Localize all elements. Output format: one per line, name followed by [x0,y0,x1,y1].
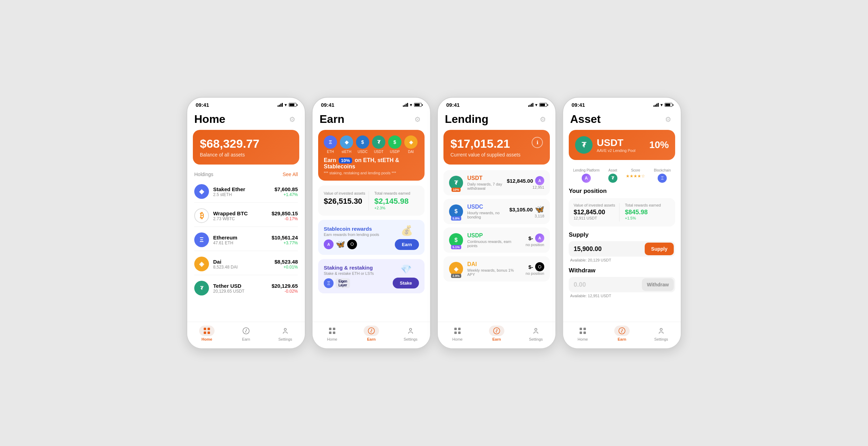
nav-settings-asset[interactable]: Settings [651,326,672,341]
asset-info-asset: Asset ₮ [608,168,617,183]
asset-screen-content: Asset ⚙ ₮ USDT AAVE v2 Lending Pool 10% … [563,110,681,322]
withdraw-available: Available: 12,951 USDT [569,294,675,298]
earn-dai-icon: ◈ [404,135,418,149]
asset-name-pool: USDT AAVE v2 Lending Pool [597,137,635,153]
dai-value: $8,523.48 +0.01% [274,259,298,270]
lending-gear-button[interactable]: ⚙ [537,114,548,125]
lending-item-usdt[interactable]: ₮ 10% USDT Daily rewards, 7 day withdraw… [443,170,550,195]
nav-settings[interactable]: Settings [275,326,296,341]
staking-stake-button[interactable]: Stake [393,278,419,288]
holding-ethereum[interactable]: Ξ Ethereum 47.61 ETH $10,561.24 +3.77% [187,229,305,251]
lending-dai-count: no position [526,271,544,276]
svg-rect-15 [458,332,461,334]
nav-earn-asset[interactable]: Earn [611,326,632,341]
phones-container: 09:41 ▾ Home ⚙ $68,329.77 [187,97,681,349]
lending-usdp-name: USDP [467,232,522,239]
nav-home[interactable]: Home [196,326,217,341]
earn-gear-button[interactable]: ⚙ [412,114,423,125]
status-bar-earn: 09:41 ▾ [313,98,430,110]
wbtc-change: -0.17% [272,216,298,221]
holding-dai[interactable]: ◈ Dai 8,523.48 DAI $8,523.48 +0.01% [187,253,305,275]
earn-dai-label: DAI [408,150,414,154]
lending-usdt-apy: 10% [451,188,461,192]
earn-invested-value: $26,515.30 [324,197,369,206]
eth-value: $10,561.24 +3.77% [272,235,298,245]
nav-earn-label-lending: Earn [492,337,501,341]
wbtc-value: $29,850.15 -0.17% [272,210,298,221]
settings-nav-icon-wrap-lending [528,326,544,336]
lending-item-usdc[interactable]: $ 5.8% USDC Hourly rewards, no bonding $… [443,199,550,224]
staking-card[interactable]: Staking & restaking Stake & restake ETH … [318,259,425,293]
withdraw-button[interactable]: Withdraw [642,278,674,291]
eth-blockchain-icon: Ξ [658,174,667,183]
svg-point-23 [660,328,662,330]
asset-gear-button[interactable]: ⚙ [663,114,674,125]
holding-usdt[interactable]: ₮ Tether USD 20,129.65 USDT $20,129.65 -… [187,277,305,299]
nav-home-asset[interactable]: Home [572,326,593,341]
home-nav-icon-wrap-earn [324,326,340,336]
nav-earn[interactable]: Earn [236,326,257,341]
home-header: Home ⚙ [187,110,305,130]
lending-balance-card: $17,015.21 Current value of supplied ass… [443,130,550,165]
asset-rewards-label: Total rewards earned [625,203,671,207]
lending-item-dai[interactable]: ◈ 2.9% DAI Weekly rewards, bonus 1% APY … [443,256,550,281]
home-balance-card: $68,329.77 Balance of all assets [193,130,299,165]
nav-home-earn-screen[interactable]: Home [322,326,343,341]
nav-earn-label: Earn [242,337,250,341]
asset-info-lending-platform: Lending Platform A [573,168,600,183]
withdraw-input-value: 0.00 [574,281,639,288]
dai-icon: ◈ [194,257,209,271]
staking-card-right: 💎 Stake [393,264,419,288]
home-icon-lending [454,327,461,335]
staking-card-left: Staking & restaking Stake & restake ETH … [324,265,374,288]
asset-orange-card: ₮ USDT AAVE v2 Lending Pool 10% [569,130,675,160]
stablecoin-card[interactable]: Stablecoin rewards Earn rewards from len… [318,220,425,255]
nav-home-lending[interactable]: Home [447,326,468,341]
asset-rewards-value: $845.98 [625,209,671,216]
lending-usdt-info: USDT Daily rewards, 7 day withdrawal [467,175,503,190]
home-gear-button[interactable]: ⚙ [287,114,298,125]
stablecoin-card-logos: A 🦋 ⬡ [324,239,379,249]
staked-ether-amount: $7,600.85 [274,186,298,192]
nav-settings-lending[interactable]: Settings [525,326,546,341]
withdraw-title: Withdraw [569,267,675,274]
home-bottom-nav: Home Earn Settings [187,322,305,348]
lending-usdc-icon: $ 5.8% [449,204,463,218]
eth-sub: 47.61 ETH [213,241,267,245]
home-balance-label: Balance of all assets [200,152,292,158]
lending-dai-name: DAI [467,261,522,267]
withdraw-input-row: 0.00 Withdraw [569,277,675,292]
settings-icon [281,327,289,335]
wifi-icon: ▾ [285,102,287,107]
earn-steth-label: stETH [342,150,351,154]
nav-earn-lending[interactable]: Earn [486,326,507,341]
lending-usdt-sub: Daily rewards, 7 day withdrawal [467,182,503,190]
dai-name: Dai [213,259,270,265]
wbtc-icon: ₿ [194,208,209,223]
earn-usdt-icon: ₮ [372,135,385,149]
stablecoin-card-left: Stablecoin rewards Earn rewards from len… [324,226,379,249]
home-nav-icon-wrap-lending [450,326,465,336]
aave-logo: A [324,239,334,249]
supply-button[interactable]: Supply [645,243,674,255]
holding-staked-ether[interactable]: ◆ Staked Ether 2.5 stETH $7,600.85 +1.47… [187,181,305,202]
lending-dai-icon: ◈ 2.9% [449,262,463,276]
holding-wbtc[interactable]: ₿ Wrapped BTC 2.73 WBTC $29,850.15 -0.17… [187,205,305,227]
lending-list: ₮ 10% USDT Daily rewards, 7 day withdraw… [438,170,555,281]
lending-usdc-amount: $3,105.00 [509,207,533,212]
nav-earn-earn-screen[interactable]: Earn [361,326,382,341]
asset-rewards-change: +1.5% [625,216,671,220]
stablecoin-card-sub: Earn rewards from lending pools [324,232,379,237]
holdings-header: Holdings See All [187,170,305,181]
settings-nav-icon-wrap [278,326,293,336]
see-all-button[interactable]: See All [282,172,298,177]
earn-usdt-label: USDT [374,150,383,154]
eigenlayer-text: EigenLayer [338,279,347,287]
lending-usdt-amount: $12,845.00 [507,178,533,184]
lending-dai-sub: Weekly rewards, bonus 1% APY [467,268,522,277]
lending-usdt-avatar: A [535,176,544,185]
lending-item-usdp[interactable]: $ 5.1% USDP Continuous rewards, earn poi… [443,228,550,253]
svg-rect-9 [333,332,335,334]
stablecoin-earn-button[interactable]: Earn [395,239,419,250]
nav-settings-earn-screen[interactable]: Settings [400,326,421,341]
